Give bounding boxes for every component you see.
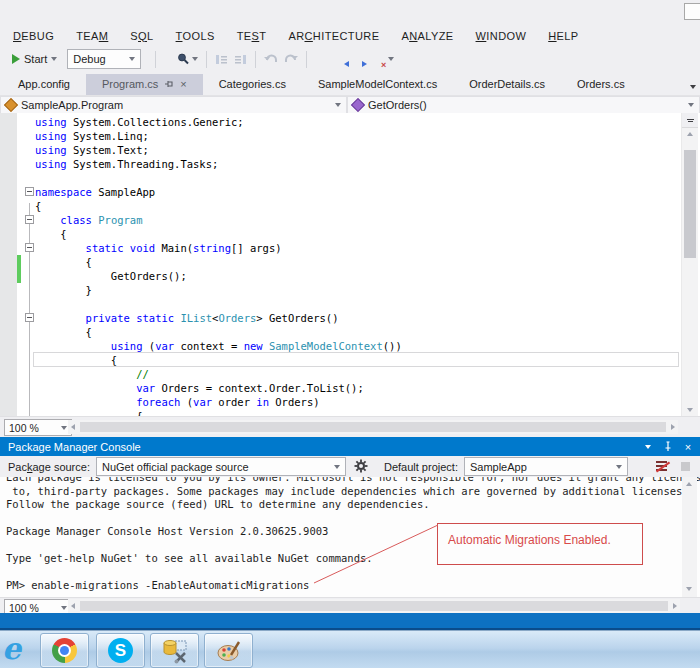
code-line[interactable]: var Orders = context.Order.ToList(); xyxy=(35,381,402,395)
stop-button[interactable] xyxy=(681,462,690,471)
menu-item-debug[interactable]: DEBUG xyxy=(2,27,65,45)
scroll-up-icon[interactable] xyxy=(687,132,693,136)
code-line[interactable]: { xyxy=(35,199,402,213)
scrollbar-thumb[interactable] xyxy=(684,150,696,258)
quick-launch-search-partial[interactable] xyxy=(684,3,700,20)
code-line[interactable]: static void Main(string[] args) xyxy=(35,241,402,255)
menu-item-team[interactable]: TEAM xyxy=(65,27,119,45)
package-source-combo[interactable]: NuGet official package source xyxy=(96,457,346,476)
editor-vertical-scrollbar[interactable] xyxy=(681,113,698,416)
window-position-button[interactable] xyxy=(640,439,656,454)
tab-orders-cs[interactable]: Orders.cs xyxy=(561,74,641,95)
code-line[interactable]: { xyxy=(35,255,402,269)
collapse-region-icon[interactable] xyxy=(25,243,34,252)
code-line[interactable]: using System.Threading.Tasks; xyxy=(35,157,402,171)
close-icon: × xyxy=(685,441,691,453)
console-horizontal-scrollbar[interactable] xyxy=(68,599,680,613)
menu-item-sql[interactable]: SQL xyxy=(119,27,164,45)
type-dropdown[interactable]: SampleApp.Program xyxy=(0,96,347,114)
menu-item-analyze[interactable]: ANALYZE xyxy=(390,27,464,45)
bookmark-previous-button[interactable] xyxy=(330,52,348,67)
code-line[interactable]: class Program xyxy=(35,213,402,227)
code-line[interactable]: using System.Text; xyxy=(35,143,402,157)
code-line[interactable]: GetOrders(); xyxy=(35,269,402,283)
collapse-region-icon[interactable] xyxy=(25,187,34,196)
breakpoint-margin[interactable] xyxy=(0,113,17,416)
internet-explorer-icon[interactable]: e xyxy=(2,632,21,666)
code-line[interactable]: // xyxy=(35,367,402,381)
console-output[interactable]: Each package is licensed to you by its o… xyxy=(0,477,700,597)
taskbar-button-paint[interactable] xyxy=(204,633,253,668)
taskbar-button-chrome[interactable] xyxy=(40,633,89,668)
scroll-down-icon[interactable] xyxy=(686,587,692,591)
code-line[interactable]: } xyxy=(35,283,402,297)
scroll-right-icon[interactable] xyxy=(671,424,675,430)
solution-configuration-combo[interactable]: Debug xyxy=(67,49,141,69)
code-line[interactable]: using System.Linq; xyxy=(35,129,402,143)
collapse-region-icon[interactable] xyxy=(25,215,34,224)
tab-samplemodelcontext-cs[interactable]: SampleModelContext.cs xyxy=(302,74,453,95)
code-line[interactable] xyxy=(35,297,402,311)
code-lines[interactable]: using System.Collections.Generic;using S… xyxy=(35,115,402,416)
taskbar-button-sql-data-tools[interactable] xyxy=(150,633,199,668)
menu-item-tools[interactable]: TOOLS xyxy=(165,27,226,45)
split-window-handle[interactable] xyxy=(682,113,698,128)
taskbar-button-skype[interactable]: S xyxy=(96,633,145,668)
search-button[interactable] xyxy=(173,50,201,68)
member-dropdown[interactable]: GetOrders() xyxy=(347,96,700,114)
scroll-left-icon[interactable] xyxy=(71,603,75,609)
scroll-down-icon[interactable] xyxy=(687,408,693,412)
code-line[interactable]: namespace SampleApp xyxy=(35,185,402,199)
sql-data-tools-icon xyxy=(162,638,188,664)
code-line[interactable]: using (var context = new SampleModelCont… xyxy=(35,339,402,353)
undo-button[interactable] xyxy=(261,51,281,68)
close-tab-icon[interactable]: × xyxy=(180,80,186,89)
menu-item-window[interactable]: WINDOW xyxy=(465,27,538,45)
tab-list-chevron-icon[interactable] xyxy=(690,85,696,89)
scroll-right-icon[interactable] xyxy=(673,603,677,609)
collapse-region-icon[interactable] xyxy=(25,313,34,322)
scroll-up-icon[interactable] xyxy=(686,482,692,486)
scroll-left-icon[interactable] xyxy=(71,424,75,430)
bookmark-clear-button[interactable]: × xyxy=(366,52,384,67)
tab-program-cs[interactable]: Program.cs× xyxy=(86,74,203,95)
scrollbar-thumb[interactable] xyxy=(80,422,666,432)
tab-orderdetails-cs[interactable]: OrderDetails.cs xyxy=(453,74,561,95)
annotation-callout: Automatic Migrations Enabled. xyxy=(437,523,643,565)
code-line[interactable]: { xyxy=(35,409,402,416)
comment-lines-button[interactable] xyxy=(212,51,231,68)
redo-button[interactable] xyxy=(281,51,301,68)
code-line[interactable] xyxy=(35,171,402,185)
tab-categories-cs[interactable]: Categories.cs xyxy=(203,74,302,95)
close-button[interactable]: × xyxy=(680,439,696,454)
scrollbar-thumb[interactable] xyxy=(80,601,668,611)
pin-button[interactable] xyxy=(660,439,676,454)
code-line[interactable]: { xyxy=(35,325,402,339)
console-vertical-scrollbar[interactable] xyxy=(682,477,697,597)
editor-zoom-combo[interactable]: 100 % xyxy=(4,419,72,436)
menu-item-test[interactable]: TEST xyxy=(226,27,278,45)
code-line[interactable]: { xyxy=(35,227,402,241)
package-manager-console-titlebar[interactable]: Package Manager Console × xyxy=(0,437,700,456)
uncomment-lines-button[interactable] xyxy=(231,51,250,68)
code-line[interactable]: foreach (var order in Orders) xyxy=(35,395,402,409)
package-source-settings-button[interactable] xyxy=(354,459,368,475)
bookmark-next-button[interactable] xyxy=(348,52,366,67)
code-line[interactable]: using System.Collections.Generic; xyxy=(35,115,402,129)
bookmark-toggle-button[interactable] xyxy=(312,52,330,67)
pin-icon[interactable] xyxy=(164,79,174,89)
menu-item-architecture[interactable]: ARCHITECTURE xyxy=(277,27,390,45)
default-project-combo[interactable]: SampleApp xyxy=(464,457,628,476)
start-dropdown-icon[interactable] xyxy=(51,57,57,61)
tab-label: App.config xyxy=(18,78,70,90)
code-editor[interactable]: using System.Collections.Generic;using S… xyxy=(0,113,700,416)
code-line[interactable]: { xyxy=(35,353,402,367)
menu-item-help[interactable]: HELP xyxy=(537,27,589,45)
start-debug-button[interactable]: Start xyxy=(8,51,61,67)
editor-horizontal-scrollbar[interactable] xyxy=(68,420,678,434)
editor-navigation-bar: SampleApp.Program GetOrders() xyxy=(0,95,700,114)
toolbar-options-chevron[interactable] xyxy=(388,57,394,61)
code-line[interactable]: private static IList<Orders> GetOrders() xyxy=(35,311,402,325)
tab-app-config[interactable]: App.config xyxy=(2,74,86,95)
clear-console-button[interactable] xyxy=(656,461,669,473)
